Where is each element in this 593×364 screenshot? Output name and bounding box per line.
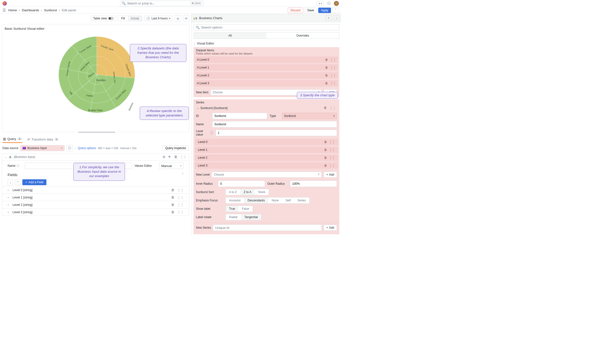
trash-icon[interactable]: 🗑 [324, 164, 327, 167]
refresh-button[interactable]: ⟳ [183, 15, 189, 22]
drag-handle-icon[interactable]: ⋮⋮ [329, 164, 335, 167]
save-button[interactable]: Save [305, 8, 317, 13]
drag-handle-icon[interactable]: ⋮⋮ [330, 66, 336, 69]
collapse-all-button[interactable]: ⌄ [8, 179, 13, 185]
new-series-input[interactable] [213, 224, 321, 231]
query-options-link[interactable]: Query options [78, 146, 96, 150]
drag-handle-icon[interactable]: ⋮⋮ [177, 210, 184, 214]
dataset-item[interactable]: A:Level 1🗑⋮⋮ [195, 64, 338, 71]
time-range-picker[interactable]: 🕓 Last 6 hours ▾ [144, 16, 173, 21]
show-true[interactable]: True [226, 206, 238, 212]
series-name-input[interactable] [212, 121, 337, 127]
drag-handle-icon[interactable]: ⋮⋮ [330, 106, 336, 110]
rot-tangential[interactable]: Tangential [241, 214, 261, 220]
trash-icon[interactable]: 🗑 [324, 148, 327, 152]
collapse-button[interactable]: ˄ [332, 8, 339, 13]
crumb-home[interactable]: Home [8, 8, 17, 12]
values-editor-select[interactable]: Manual ▾ [159, 163, 184, 169]
trash-icon[interactable]: 🗑 [171, 203, 174, 207]
drag-handle-icon[interactable]: ⋮⋮ [330, 74, 336, 77]
discard-button[interactable]: Discard [288, 8, 303, 13]
right-tabs[interactable]: All Overrides [193, 32, 339, 39]
help-icon[interactable]: ⓘ [327, 1, 331, 6]
emph-descendants[interactable]: Descendants [244, 197, 268, 203]
inner-radius-input[interactable] [218, 181, 265, 187]
crumb-sunburst[interactable]: Sunburst [44, 8, 57, 12]
section-visual-editor[interactable]: ⌄ Visual Editor [192, 41, 341, 46]
show-label-segment[interactable]: True False [225, 206, 253, 212]
trash-icon[interactable]: 🗑 [174, 155, 177, 159]
show-false[interactable]: False [238, 206, 252, 212]
eye-icon[interactable]: 👁 [168, 155, 171, 159]
drag-handle-icon[interactable]: ⋮⋮ [177, 188, 184, 192]
id-input[interactable] [212, 113, 267, 119]
field-row[interactable]: › Level 1 [string] 🗑⋮⋮ [2, 194, 189, 201]
trash-icon[interactable]: 🗑 [171, 188, 174, 192]
fill-actual-segment[interactable]: Fill Actual [118, 16, 142, 21]
trash-icon[interactable]: 🗑 [171, 196, 174, 199]
viz-picker-chevron[interactable]: ▾ [326, 15, 331, 21]
avatar[interactable] [334, 1, 339, 6]
level-row[interactable]: Level 0🗑⋮⋮ [195, 139, 338, 145]
expand-right-button[interactable]: › [333, 15, 339, 21]
apply-button[interactable]: Apply [318, 8, 331, 13]
tab-query[interactable]: ▥ Query 1 [2, 136, 22, 143]
label-rotate-segment[interactable]: Radial Tangential [225, 214, 262, 220]
trash-icon[interactable]: 🗑 [324, 156, 327, 159]
fill-option[interactable]: Fill [118, 16, 128, 21]
drag-handle-icon[interactable]: ⋮⋮ [329, 156, 335, 159]
level-value-input[interactable] [216, 130, 337, 136]
trash-icon[interactable]: 🗑 [171, 210, 174, 214]
emph-self[interactable]: Self [282, 197, 294, 203]
add-series-button[interactable]: +Add [324, 225, 337, 231]
emph-ancestor[interactable]: Ancestor [226, 197, 244, 203]
dataset-item[interactable]: A:Level 0🗑⋮⋮ [195, 56, 338, 63]
query-inspector-button[interactable]: Query inspector [163, 145, 189, 151]
trash-icon[interactable]: 🗑 [324, 140, 327, 144]
new-level-select[interactable]: Choose▾ [212, 172, 322, 178]
add-field-button[interactable]: +Add a Field [22, 179, 46, 185]
tab-overrides[interactable]: Overrides [266, 33, 339, 39]
table-view-toggle[interactable]: Table view [91, 16, 116, 21]
crumb-dashboards[interactable]: Dashboards [22, 8, 39, 12]
datasource-select[interactable]: Business Input ▾ [20, 145, 65, 151]
expand-all-button[interactable]: ⌃ [15, 179, 20, 185]
drag-handle-icon[interactable]: ⋮⋮ [329, 140, 335, 144]
emphasis-segment[interactable]: Ancestor Descendants None Self Series [225, 197, 310, 204]
sort-none[interactable]: None [255, 189, 269, 195]
copy-icon[interactable]: ⧉ [163, 155, 165, 159]
trash-icon[interactable]: 🗑 [324, 106, 327, 110]
sort-z-to-a[interactable]: Z to A [240, 189, 255, 195]
drag-handle-icon[interactable]: ⋮⋮ [177, 203, 184, 207]
tab-transform[interactable]: ⇄ Transform data 0 [27, 136, 59, 143]
trash-icon[interactable]: 🗑 [325, 66, 328, 69]
dataset-item[interactable]: A:Level 3🗑⋮⋮ [195, 80, 338, 86]
level-row[interactable]: Level 1🗑⋮⋮ [195, 147, 338, 153]
outer-radius-input[interactable] [290, 181, 337, 187]
drag-handle-icon[interactable]: ⋮⋮ [329, 148, 335, 152]
emph-none[interactable]: None [268, 197, 282, 203]
actual-option[interactable]: Actual [128, 16, 142, 21]
level-row[interactable]: Level 2🗑⋮⋮ [195, 154, 338, 161]
add-level-button[interactable]: +Add [324, 172, 337, 178]
add-menu[interactable]: +▾ [317, 1, 324, 6]
sunburst-chart[interactable]: Nancy Grandpa Uncle Nike Uncle Leo Fathe… [59, 37, 135, 113]
zoom-out-button[interactable]: ⊖ [175, 15, 181, 22]
tab-all[interactable]: All [194, 33, 266, 39]
sunburst-sort-segment[interactable]: A to Z Z to A None [225, 189, 269, 195]
chevron-down-icon[interactable]: ⌄ [5, 156, 7, 158]
sort-a-to-z[interactable]: A to Z [226, 189, 240, 195]
emph-series[interactable]: Series [294, 197, 309, 203]
field-row[interactable]: › Level 0 [string] 🗑⋮⋮ [2, 186, 189, 194]
chevron-down-icon[interactable]: ⌄ [197, 107, 199, 109]
rot-radial[interactable]: Radial [226, 214, 241, 220]
trash-icon[interactable]: 🗑 [325, 74, 328, 77]
type-select[interactable]: Sunburst ▾ [282, 113, 337, 119]
app-logo[interactable] [2, 1, 7, 6]
drag-handle-icon[interactable]: ⋮⋮ [180, 155, 187, 159]
drag-handle-icon[interactable]: ⋮⋮ [330, 82, 336, 85]
datasource-info-button[interactable]: ⓘ [67, 145, 73, 151]
global-search[interactable]: 🔍 Search or jump to... ⌘ ctrl+k [120, 1, 204, 6]
options-search[interactable]: 🔍 Search options [193, 24, 339, 30]
drag-handle-icon[interactable]: ⋮⋮ [330, 58, 336, 61]
